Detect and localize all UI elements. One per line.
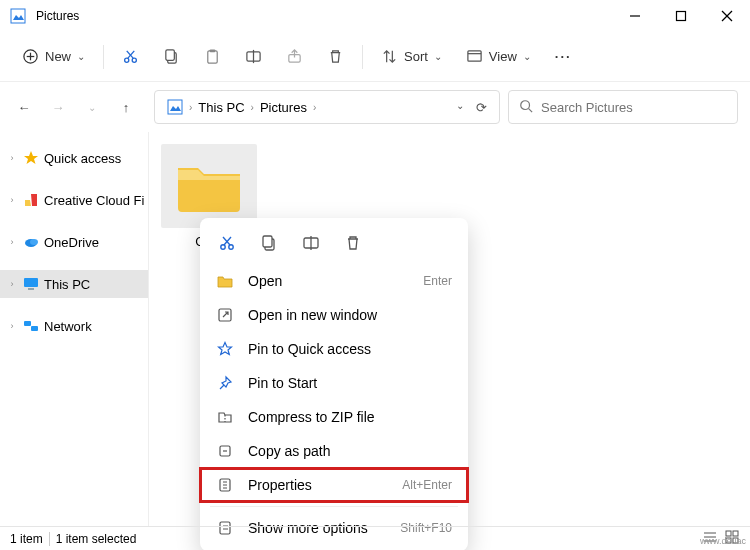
ctx-label: Pin to Start [248, 375, 452, 391]
sort-label: Sort [404, 49, 428, 64]
svg-point-28 [30, 239, 38, 245]
expand-icon[interactable]: › [6, 279, 18, 289]
ctx-open[interactable]: Open Enter [200, 264, 468, 298]
close-button[interactable] [704, 0, 750, 32]
ctx-cut-button[interactable] [216, 232, 238, 254]
onedrive-icon [22, 234, 40, 250]
ctx-label: Copy as path [248, 443, 452, 459]
navigation-row: ← → ⌄ ↑ › This PC › Pictures › ⌄ ⟳ [0, 82, 750, 132]
pictures-app-icon [10, 8, 26, 24]
navigation-pane: › Quick access › Creative Cloud Fi › One… [0, 132, 148, 526]
ctx-rename-button[interactable] [300, 232, 322, 254]
monitor-icon [22, 276, 40, 292]
ctx-label: Open in new window [248, 307, 452, 323]
ctx-copy-path[interactable]: Copy as path [200, 434, 468, 468]
up-button[interactable]: ↑ [114, 95, 138, 119]
chevron-down-icon: ⌄ [77, 51, 85, 62]
back-button[interactable]: ← [12, 95, 36, 119]
breadcrumb-root[interactable]: This PC [192, 100, 250, 115]
ctx-open-new-window[interactable]: Open in new window [200, 298, 468, 332]
refresh-button[interactable]: ⟳ [476, 100, 487, 115]
recent-chevron[interactable]: ⌄ [80, 95, 104, 119]
sidebar-item-quick-access[interactable]: › Quick access [0, 144, 148, 172]
sidebar-item-onedrive[interactable]: › OneDrive [0, 228, 148, 256]
copy-button[interactable] [153, 39, 190, 75]
breadcrumb-current[interactable]: Pictures [254, 100, 313, 115]
svg-rect-29 [24, 278, 38, 287]
svg-rect-22 [168, 100, 182, 114]
network-icon [22, 318, 40, 334]
paste-button[interactable] [194, 39, 231, 75]
ctx-pin-quick-access[interactable]: Pin to Quick access [200, 332, 468, 366]
search-box[interactable] [508, 90, 738, 124]
ctx-pin-start[interactable]: Pin to Start [200, 366, 468, 400]
address-bar[interactable]: › This PC › Pictures › ⌄ ⟳ [154, 90, 500, 124]
svg-rect-0 [11, 9, 25, 23]
svg-rect-15 [208, 51, 217, 63]
separator [49, 532, 50, 546]
zip-icon [216, 409, 234, 425]
svg-point-9 [125, 58, 129, 62]
sidebar-item-network[interactable]: › Network [0, 312, 148, 340]
more-button[interactable]: ··· [545, 39, 582, 75]
svg-marker-26 [24, 151, 38, 164]
address-dropdown[interactable]: ⌄ [456, 100, 464, 115]
ctx-compress-zip[interactable]: Compress to ZIP file [200, 400, 468, 434]
cut-button[interactable] [112, 39, 149, 75]
expand-icon[interactable]: › [6, 321, 18, 331]
delete-button[interactable] [317, 39, 354, 75]
share-button[interactable] [276, 39, 313, 75]
pin-icon [216, 375, 234, 391]
context-menu: Open Enter Open in new window Pin to Qui… [200, 218, 468, 550]
svg-point-34 [229, 245, 233, 249]
folder-icon [161, 144, 257, 228]
rename-button[interactable] [235, 39, 272, 75]
properties-icon [216, 477, 234, 493]
status-selected-count: 1 item selected [56, 532, 137, 546]
svg-rect-20 [468, 51, 481, 61]
expand-icon[interactable]: › [6, 195, 18, 205]
svg-rect-38 [263, 236, 272, 247]
ctx-hint: Alt+Enter [402, 478, 452, 492]
view-button[interactable]: View ⌄ [456, 39, 541, 75]
star-icon [22, 150, 40, 166]
ctx-hint: Enter [423, 274, 452, 288]
new-button[interactable]: New ⌄ [12, 39, 95, 75]
svg-point-24 [521, 100, 530, 109]
ctx-label: Pin to Quick access [248, 341, 452, 357]
sidebar-label: Network [44, 319, 92, 334]
title-bar: Pictures [0, 0, 750, 32]
search-input[interactable] [541, 100, 727, 115]
expand-icon[interactable]: › [6, 237, 18, 247]
view-label: View [489, 49, 517, 64]
ctx-label: Compress to ZIP file [248, 409, 452, 425]
svg-rect-31 [24, 321, 31, 326]
ctx-label: Open [248, 273, 409, 289]
expand-icon[interactable]: › [6, 153, 18, 163]
creative-cloud-icon [22, 192, 40, 208]
svg-marker-42 [219, 343, 232, 355]
svg-line-25 [529, 108, 533, 112]
minimize-button[interactable] [612, 0, 658, 32]
ctx-properties[interactable]: Properties Alt+Enter [200, 468, 468, 502]
forward-button[interactable]: → [46, 95, 70, 119]
ctx-delete-button[interactable] [342, 232, 364, 254]
status-item-count: 1 item [10, 532, 43, 546]
open-icon [216, 273, 234, 289]
status-bar: 1 item 1 item selected [0, 526, 750, 550]
watermark: www.deuac [700, 536, 746, 546]
separator [362, 45, 363, 69]
maximize-button[interactable] [658, 0, 704, 32]
sort-button[interactable]: Sort ⌄ [371, 39, 452, 75]
search-icon [519, 99, 533, 116]
ctx-label: Properties [248, 477, 388, 493]
breadcrumb-sep: › [313, 102, 316, 113]
separator [103, 45, 104, 69]
pictures-icon [161, 99, 189, 115]
sidebar-item-creative-cloud[interactable]: › Creative Cloud Fi [0, 186, 148, 214]
svg-line-12 [127, 51, 134, 59]
ctx-copy-button[interactable] [258, 232, 280, 254]
ctx-separator [210, 506, 458, 507]
sidebar-item-this-pc[interactable]: › This PC [0, 270, 148, 298]
sidebar-label: Quick access [44, 151, 121, 166]
